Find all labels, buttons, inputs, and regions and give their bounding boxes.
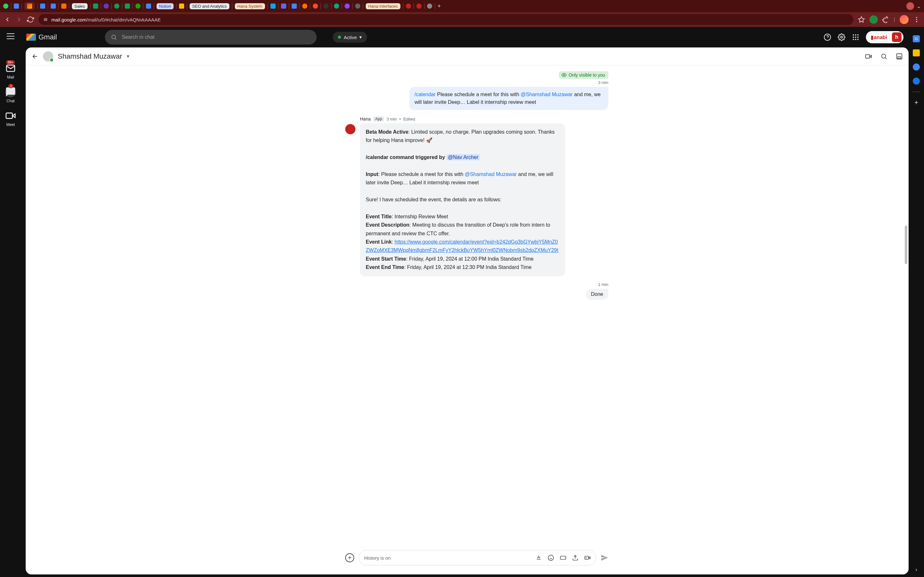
video-upload-icon[interactable]: [584, 554, 591, 561]
settings-gear-icon[interactable]: [838, 33, 845, 41]
dm-title[interactable]: Shamshad Muzawar: [58, 52, 122, 61]
add-attachment-button[interactable]: +: [345, 553, 354, 562]
chat-badge: 1: [8, 84, 13, 88]
trigger-user-chip[interactable]: @Nav Archer: [447, 154, 480, 160]
tab-indigo-icon[interactable]: [281, 3, 286, 9]
url-input[interactable]: mail.google.com/mail/u/0/#chat/dm/vAQNvk…: [39, 14, 853, 25]
tab-mongo-icon[interactable]: [334, 3, 339, 9]
tab-hana-system[interactable]: Hana System: [235, 3, 265, 9]
collapse-panel-icon[interactable]: ›: [915, 567, 917, 572]
site-settings-icon[interactable]: [43, 17, 48, 22]
hana-message-bubble[interactable]: Beta Mode Active: Limited scope, no char…: [360, 123, 565, 276]
contacts-addon-icon[interactable]: [913, 77, 920, 85]
tab-fire-icon[interactable]: [61, 3, 66, 9]
search-icon: [111, 34, 117, 40]
tab-cal-icon-2[interactable]: [40, 3, 45, 9]
tab-purple-icon[interactable]: [103, 3, 109, 9]
main-menu-icon[interactable]: [7, 33, 15, 39]
tab-gmail[interactable]: [24, 2, 35, 10]
svg-marker-0: [859, 17, 864, 22]
compose-input[interactable]: History is on: [359, 550, 596, 566]
tasks-addon-icon[interactable]: [913, 63, 920, 71]
chrome-menu-icon[interactable]: [913, 16, 920, 23]
scrollbar-thumb[interactable]: [905, 226, 907, 264]
get-addons-icon[interactable]: +: [914, 99, 918, 106]
meet-icon: [5, 110, 16, 121]
search-in-conversation-icon[interactable]: [880, 53, 887, 60]
workspace-account-switcher[interactable]: ▮anabi h: [866, 31, 903, 43]
tab-upwork-icon[interactable]: [136, 3, 141, 9]
apps-grid-icon[interactable]: [852, 33, 859, 41]
side-panel-rail: 31 + ›: [909, 27, 924, 577]
tab-gear-icon[interactable]: [355, 3, 360, 9]
chrome-profile-button[interactable]: [906, 2, 914, 10]
bookmark-star-icon[interactable]: [858, 16, 865, 23]
presence-status[interactable]: Active ▾: [333, 32, 367, 43]
tab-grey-icon[interactable]: [427, 3, 432, 9]
extensions-icon[interactable]: [882, 16, 889, 23]
tab-doc-icon-3[interactable]: [292, 3, 297, 9]
mention-chip[interactable]: @Shamshad Muzawar: [465, 171, 517, 177]
send-icon[interactable]: [601, 554, 608, 562]
help-icon[interactable]: [824, 33, 831, 41]
chevron-down-icon: ▾: [359, 34, 362, 40]
gmail-logo[interactable]: Gmail: [26, 33, 57, 41]
chevron-down-icon[interactable]: ▾: [127, 53, 129, 59]
dm-avatar[interactable]: [43, 51, 53, 61]
emoji-icon[interactable]: [548, 554, 554, 561]
tab-violet-icon[interactable]: [344, 3, 350, 9]
reload-icon[interactable]: [27, 16, 34, 23]
hana-avatar[interactable]: [345, 124, 355, 134]
format-text-icon[interactable]: [535, 554, 542, 561]
back-arrow-icon[interactable]: [31, 53, 39, 60]
new-tab-plus-icon[interactable]: +: [438, 3, 441, 10]
tab-mix-icon[interactable]: [270, 3, 276, 9]
tab-doc-icon-2[interactable]: [146, 3, 151, 9]
tab-green-icon-1[interactable]: [114, 3, 120, 9]
svg-point-1: [916, 17, 917, 18]
mail-badge: 99+: [6, 60, 15, 64]
svg-point-8: [841, 36, 843, 38]
outgoing-timestamp: 3 min: [345, 80, 608, 85]
popout-icon[interactable]: [896, 53, 903, 60]
rail-meet[interactable]: Meet: [5, 110, 16, 127]
event-link[interactable]: https://www.google.com/calendar/event?ei…: [366, 239, 558, 253]
tab-keep-icon[interactable]: [179, 3, 184, 9]
sender-name[interactable]: Hana: [360, 116, 371, 121]
chat-scroll-area[interactable]: Only visible to you 3 min /calendar Plea…: [26, 65, 909, 546]
tab-doc-icon-1[interactable]: [51, 3, 56, 9]
upload-icon[interactable]: [572, 554, 578, 561]
gif-icon[interactable]: [560, 554, 566, 561]
back-icon[interactable]: [4, 16, 11, 23]
video-call-icon[interactable]: [865, 53, 872, 60]
url-host: mail.google.com: [51, 17, 86, 23]
search-input[interactable]: Search in chat: [105, 30, 317, 45]
tab-hana-interfaces[interactable]: Hana Interfaces: [366, 3, 401, 9]
compose-placeholder: History is on: [364, 555, 535, 561]
outgoing-message[interactable]: /calendar Please schedule a meet for thi…: [409, 87, 608, 110]
tab-whatsapp-icon[interactable]: [3, 3, 8, 9]
svg-point-9: [853, 34, 854, 35]
chat-header: Shamshad Muzawar ▾: [26, 47, 909, 65]
svg-point-16: [855, 39, 856, 40]
tab-sheet-icon-2[interactable]: [125, 3, 130, 9]
tab-seo[interactable]: SEO and Analytics: [190, 3, 229, 9]
chrome-user-avatar[interactable]: [900, 15, 909, 24]
tab-openai-icon[interactable]: [323, 3, 328, 9]
chevron-down-icon[interactable]: ⌄: [917, 3, 921, 9]
rail-chat[interactable]: 1 Chat: [5, 87, 16, 103]
tab-cloud-icon[interactable]: [302, 3, 307, 9]
rail-mail[interactable]: 99+ Mail: [5, 63, 16, 79]
outgoing-done-message[interactable]: Done: [586, 289, 608, 300]
tab-avatar-2[interactable]: [417, 3, 422, 9]
extension-green-icon[interactable]: [869, 15, 878, 24]
calendar-addon-icon[interactable]: 31: [913, 35, 920, 42]
tab-sheet-icon-1[interactable]: [93, 3, 98, 9]
tab-figma-icon[interactable]: [313, 3, 318, 9]
tab-notion[interactable]: Notion: [157, 3, 174, 9]
mention-chip[interactable]: @Shamshad Muzawar: [521, 92, 573, 97]
tab-avatar-1[interactable]: [406, 3, 411, 9]
tab-sales[interactable]: Sales: [72, 3, 87, 9]
tab-cal-icon-1[interactable]: [14, 3, 19, 9]
keep-addon-icon[interactable]: [913, 49, 920, 56]
